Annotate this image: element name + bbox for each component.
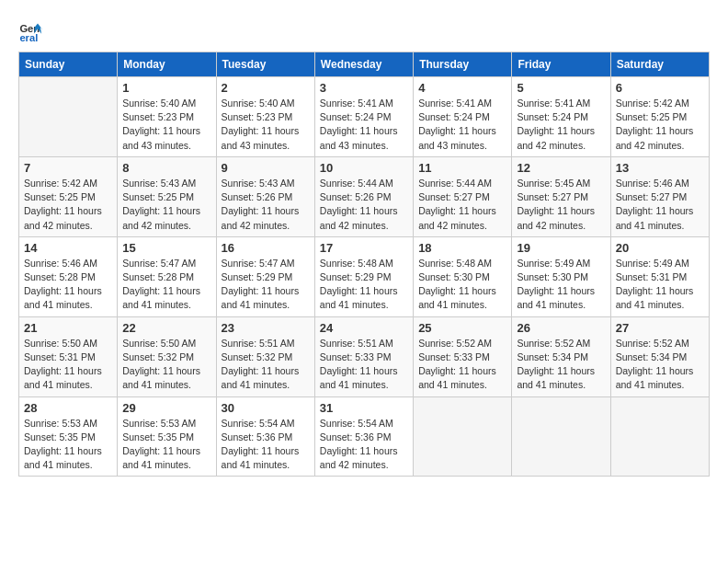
day-number: 29	[122, 401, 210, 415]
day-info: Sunrise: 5:47 AMSunset: 5:28 PMDaylight:…	[122, 257, 210, 313]
logo-icon: Gen eral	[18, 18, 44, 44]
day-number: 28	[24, 401, 112, 415]
calendar-cell: 12Sunrise: 5:45 AMSunset: 5:27 PMDayligh…	[512, 156, 610, 236]
calendar-cell: 21Sunrise: 5:50 AMSunset: 5:31 PMDayligh…	[19, 316, 118, 396]
calendar-cell: 13Sunrise: 5:46 AMSunset: 5:27 PMDayligh…	[610, 156, 709, 236]
day-number: 17	[320, 241, 408, 255]
day-number: 21	[24, 321, 112, 335]
week-row-5: 28Sunrise: 5:53 AMSunset: 5:35 PMDayligh…	[19, 396, 710, 477]
calendar-cell: 3Sunrise: 5:41 AMSunset: 5:24 PMDaylight…	[314, 77, 413, 157]
header-saturday: Saturday	[610, 52, 709, 77]
day-number: 19	[517, 241, 605, 255]
day-number: 30	[222, 401, 310, 415]
day-number: 1	[122, 81, 210, 95]
calendar-cell: 30Sunrise: 5:54 AMSunset: 5:36 PMDayligh…	[216, 396, 314, 477]
week-row-3: 14Sunrise: 5:46 AMSunset: 5:28 PMDayligh…	[19, 236, 710, 316]
calendar-cell: 26Sunrise: 5:52 AMSunset: 5:34 PMDayligh…	[512, 316, 610, 396]
calendar-cell: 23Sunrise: 5:51 AMSunset: 5:32 PMDayligh…	[216, 316, 314, 396]
day-number: 4	[418, 81, 506, 95]
day-info: Sunrise: 5:52 AMSunset: 5:34 PMDaylight:…	[517, 337, 605, 393]
calendar-cell	[512, 396, 610, 477]
header-monday: Monday	[118, 52, 216, 77]
day-number: 9	[222, 161, 310, 175]
day-number: 10	[320, 161, 408, 175]
calendar-table: SundayMondayTuesdayWednesdayThursdayFrid…	[18, 52, 710, 477]
calendar-cell	[414, 396, 512, 477]
calendar-cell	[19, 77, 118, 157]
header-friday: Friday	[512, 52, 610, 77]
day-number: 3	[320, 81, 408, 95]
header: Gen eral	[18, 18, 710, 44]
day-number: 31	[320, 401, 408, 415]
day-number: 12	[517, 161, 605, 175]
day-number: 16	[222, 241, 310, 255]
calendar-cell: 25Sunrise: 5:52 AMSunset: 5:33 PMDayligh…	[414, 316, 512, 396]
day-number: 7	[24, 161, 112, 175]
header-wednesday: Wednesday	[314, 52, 413, 77]
day-info: Sunrise: 5:50 AMSunset: 5:31 PMDaylight:…	[24, 337, 112, 393]
calendar-cell: 5Sunrise: 5:41 AMSunset: 5:24 PMDaylight…	[512, 77, 610, 157]
day-info: Sunrise: 5:50 AMSunset: 5:32 PMDaylight:…	[122, 337, 210, 393]
day-info: Sunrise: 5:46 AMSunset: 5:27 PMDaylight:…	[616, 177, 704, 233]
day-info: Sunrise: 5:40 AMSunset: 5:23 PMDaylight:…	[222, 97, 310, 153]
day-info: Sunrise: 5:54 AMSunset: 5:36 PMDaylight:…	[320, 417, 408, 473]
day-info: Sunrise: 5:51 AMSunset: 5:33 PMDaylight:…	[320, 337, 408, 393]
day-info: Sunrise: 5:53 AMSunset: 5:35 PMDaylight:…	[122, 417, 210, 473]
day-info: Sunrise: 5:49 AMSunset: 5:30 PMDaylight:…	[517, 257, 605, 313]
day-info: Sunrise: 5:43 AMSunset: 5:25 PMDaylight:…	[122, 177, 210, 233]
calendar-cell: 8Sunrise: 5:43 AMSunset: 5:25 PMDaylight…	[118, 156, 216, 236]
day-number: 24	[320, 321, 408, 335]
calendar-cell: 10Sunrise: 5:44 AMSunset: 5:26 PMDayligh…	[314, 156, 413, 236]
day-info: Sunrise: 5:52 AMSunset: 5:33 PMDaylight:…	[418, 337, 506, 393]
calendar-cell: 29Sunrise: 5:53 AMSunset: 5:35 PMDayligh…	[118, 396, 216, 477]
day-number: 8	[122, 161, 210, 175]
calendar-cell: 19Sunrise: 5:49 AMSunset: 5:30 PMDayligh…	[512, 236, 610, 316]
day-number: 27	[616, 321, 704, 335]
day-number: 11	[418, 161, 506, 175]
calendar-cell: 20Sunrise: 5:49 AMSunset: 5:31 PMDayligh…	[610, 236, 709, 316]
day-info: Sunrise: 5:42 AMSunset: 5:25 PMDaylight:…	[24, 177, 112, 233]
day-info: Sunrise: 5:48 AMSunset: 5:29 PMDaylight:…	[320, 257, 408, 313]
calendar-cell	[610, 396, 709, 477]
day-info: Sunrise: 5:49 AMSunset: 5:31 PMDaylight:…	[616, 257, 704, 313]
day-info: Sunrise: 5:42 AMSunset: 5:25 PMDaylight:…	[616, 97, 704, 153]
calendar-cell: 16Sunrise: 5:47 AMSunset: 5:29 PMDayligh…	[216, 236, 314, 316]
day-info: Sunrise: 5:52 AMSunset: 5:34 PMDaylight:…	[616, 337, 704, 393]
calendar-cell: 27Sunrise: 5:52 AMSunset: 5:34 PMDayligh…	[610, 316, 709, 396]
day-number: 23	[222, 321, 310, 335]
day-info: Sunrise: 5:48 AMSunset: 5:30 PMDaylight:…	[418, 257, 506, 313]
day-number: 26	[517, 321, 605, 335]
day-number: 25	[418, 321, 506, 335]
week-row-2: 7Sunrise: 5:42 AMSunset: 5:25 PMDaylight…	[19, 156, 710, 236]
day-number: 20	[616, 241, 704, 255]
day-number: 13	[616, 161, 704, 175]
day-number: 14	[24, 241, 112, 255]
svg-text:eral: eral	[19, 32, 38, 43]
day-number: 18	[418, 241, 506, 255]
day-number: 15	[122, 241, 210, 255]
day-info: Sunrise: 5:43 AMSunset: 5:26 PMDaylight:…	[222, 177, 310, 233]
day-info: Sunrise: 5:45 AMSunset: 5:27 PMDaylight:…	[517, 177, 605, 233]
day-info: Sunrise: 5:54 AMSunset: 5:36 PMDaylight:…	[222, 417, 310, 473]
calendar-cell: 24Sunrise: 5:51 AMSunset: 5:33 PMDayligh…	[314, 316, 413, 396]
calendar-cell: 14Sunrise: 5:46 AMSunset: 5:28 PMDayligh…	[19, 236, 118, 316]
calendar-cell: 1Sunrise: 5:40 AMSunset: 5:23 PMDaylight…	[118, 77, 216, 157]
header-thursday: Thursday	[414, 52, 512, 77]
calendar-cell: 15Sunrise: 5:47 AMSunset: 5:28 PMDayligh…	[118, 236, 216, 316]
week-row-1: 1Sunrise: 5:40 AMSunset: 5:23 PMDaylight…	[19, 77, 710, 157]
calendar-cell: 17Sunrise: 5:48 AMSunset: 5:29 PMDayligh…	[314, 236, 413, 316]
day-info: Sunrise: 5:40 AMSunset: 5:23 PMDaylight:…	[122, 97, 210, 153]
calendar-cell: 11Sunrise: 5:44 AMSunset: 5:27 PMDayligh…	[414, 156, 512, 236]
day-info: Sunrise: 5:51 AMSunset: 5:32 PMDaylight:…	[222, 337, 310, 393]
week-row-4: 21Sunrise: 5:50 AMSunset: 5:31 PMDayligh…	[19, 316, 710, 396]
calendar-cell: 6Sunrise: 5:42 AMSunset: 5:25 PMDaylight…	[610, 77, 709, 157]
day-number: 5	[517, 81, 605, 95]
header-tuesday: Tuesday	[216, 52, 314, 77]
day-info: Sunrise: 5:44 AMSunset: 5:26 PMDaylight:…	[320, 177, 408, 233]
day-info: Sunrise: 5:41 AMSunset: 5:24 PMDaylight:…	[517, 97, 605, 153]
day-info: Sunrise: 5:53 AMSunset: 5:35 PMDaylight:…	[24, 417, 112, 473]
calendar-cell: 2Sunrise: 5:40 AMSunset: 5:23 PMDaylight…	[216, 77, 314, 157]
day-number: 6	[616, 81, 704, 95]
calendar-cell: 4Sunrise: 5:41 AMSunset: 5:24 PMDaylight…	[414, 77, 512, 157]
day-info: Sunrise: 5:41 AMSunset: 5:24 PMDaylight:…	[418, 97, 506, 153]
